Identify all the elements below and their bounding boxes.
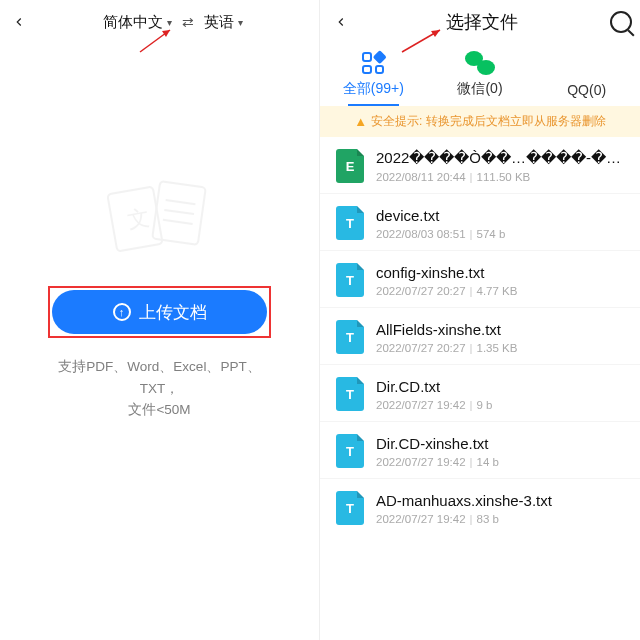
- back-button-left[interactable]: [6, 9, 32, 35]
- language-selector: 简体中文 ▾ ⇄ 英语 ▾: [32, 13, 313, 32]
- file-size: 111.50 KB: [477, 171, 531, 183]
- txt-file-icon: T: [336, 377, 364, 411]
- lang-from[interactable]: 简体中文 ▾: [103, 13, 172, 32]
- tab-qq[interactable]: QQ(0): [533, 52, 640, 106]
- chevron-down-icon: ▾: [167, 17, 172, 28]
- file-sub: 2022/07/27 20:27|1.35 KB: [376, 342, 624, 354]
- file-meta: 2022����Ò��…����-��`.xls2022/08/11 20:44…: [376, 149, 624, 183]
- file-size: 9 b: [477, 399, 493, 411]
- file-date: 2022/07/27 20:27: [376, 342, 466, 354]
- file-date: 2022/07/27 19:42: [376, 456, 466, 468]
- svg-line-5: [165, 200, 195, 204]
- right-top-bar: 选择文件: [320, 0, 640, 44]
- file-meta: Dir.CD.txt2022/07/27 19:42|9 b: [376, 378, 624, 411]
- file-row[interactable]: TAD-manhuaxs.xinshe-3.txt2022/07/27 19:4…: [320, 479, 640, 535]
- chevron-down-icon: ▾: [238, 17, 243, 28]
- file-sub: 2022/08/11 20:44|111.50 KB: [376, 171, 624, 183]
- file-sub: 2022/08/03 08:51|574 b: [376, 228, 624, 240]
- svg-text:文: 文: [126, 205, 152, 233]
- upload-label: 上传文档: [139, 301, 207, 324]
- swap-icon[interactable]: ⇄: [182, 14, 194, 30]
- file-size: 83 b: [477, 513, 499, 525]
- file-size: 4.77 KB: [477, 285, 518, 297]
- tab-wechat-label: 微信(0): [457, 80, 502, 98]
- file-row[interactable]: Tdevice.txt2022/08/03 08:51|574 b: [320, 194, 640, 251]
- tab-all-label: 全部(99+): [343, 80, 404, 98]
- file-meta: config-xinshe.txt2022/07/27 20:27|4.77 K…: [376, 264, 624, 297]
- file-row[interactable]: Tconfig-xinshe.txt2022/07/27 20:27|4.77 …: [320, 251, 640, 308]
- txt-file-icon: T: [336, 206, 364, 240]
- svg-line-7: [162, 220, 192, 224]
- security-notice: ▲ 安全提示: 转换完成后文档立即从服务器删除: [320, 106, 640, 137]
- xls-file-icon: E: [336, 149, 364, 183]
- page-title: 选择文件: [446, 10, 518, 34]
- file-meta: AllFields-xinshe.txt2022/07/27 20:27|1.3…: [376, 321, 624, 354]
- file-name: device.txt: [376, 207, 624, 224]
- file-size: 1.35 KB: [477, 342, 518, 354]
- support-line2: 文件<50M: [58, 399, 261, 421]
- file-name: Dir.CD.txt: [376, 378, 624, 395]
- file-row[interactable]: TDir.CD-xinshe.txt2022/07/27 19:42|14 b: [320, 422, 640, 479]
- tab-qq-label: QQ(0): [567, 82, 606, 98]
- file-date: 2022/08/11 20:44: [376, 171, 466, 183]
- file-name: config-xinshe.txt: [376, 264, 624, 281]
- file-picker-screen: 选择文件 全部(99+) 微信(0) QQ(0) ▲ 安全提示: 转换完成后文档…: [320, 0, 640, 640]
- file-name: AllFields-xinshe.txt: [376, 321, 624, 338]
- file-sub: 2022/07/27 19:42|9 b: [376, 399, 624, 411]
- file-row[interactable]: E2022����Ò��…����-��`.xls2022/08/11 20:4…: [320, 137, 640, 194]
- translate-screen: 简体中文 ▾ ⇄ 英语 ▾ 文 ↑ 上传文档: [0, 0, 320, 640]
- file-date: 2022/07/27 20:27: [376, 285, 466, 297]
- upload-icon: ↑: [113, 303, 131, 321]
- upload-section: ↑ 上传文档 支持PDF、Word、Excel、PPT、TXT， 文件<50M: [48, 286, 271, 421]
- search-icon[interactable]: [610, 11, 632, 33]
- file-meta: Dir.CD-xinshe.txt2022/07/27 19:42|14 b: [376, 435, 624, 468]
- file-row[interactable]: TDir.CD.txt2022/07/27 19:42|9 b: [320, 365, 640, 422]
- file-row[interactable]: TAllFields-xinshe.txt2022/07/27 20:27|1.…: [320, 308, 640, 365]
- wechat-icon: [465, 51, 495, 75]
- file-name: AD-manhuaxs.xinshe-3.txt: [376, 492, 624, 509]
- txt-file-icon: T: [336, 320, 364, 354]
- file-date: 2022/08/03 08:51: [376, 228, 466, 240]
- file-size: 14 b: [477, 456, 499, 468]
- file-sub: 2022/07/27 19:42|14 b: [376, 456, 624, 468]
- txt-file-icon: T: [336, 491, 364, 525]
- back-button-right[interactable]: [328, 9, 354, 35]
- file-meta: device.txt2022/08/03 08:51|574 b: [376, 207, 624, 240]
- file-list: E2022����Ò��…����-��`.xls2022/08/11 20:4…: [320, 137, 640, 633]
- file-date: 2022/07/27 19:42: [376, 513, 466, 525]
- tab-wechat[interactable]: 微信(0): [427, 50, 534, 106]
- tab-all[interactable]: 全部(99+): [320, 50, 427, 106]
- file-meta: AD-manhuaxs.xinshe-3.txt2022/07/27 19:42…: [376, 492, 624, 525]
- svg-line-6: [164, 210, 194, 214]
- documents-illustration: 文: [0, 172, 319, 262]
- left-top-bar: 简体中文 ▾ ⇄ 英语 ▾: [0, 0, 319, 44]
- lang-from-label: 简体中文: [103, 13, 163, 32]
- warning-icon: ▲: [354, 114, 367, 129]
- highlight-box: ↑ 上传文档: [48, 286, 271, 338]
- upload-button[interactable]: ↑ 上传文档: [52, 290, 267, 334]
- support-line1: 支持PDF、Word、Excel、PPT、TXT，: [58, 356, 261, 399]
- file-date: 2022/07/27 19:42: [376, 399, 466, 411]
- file-size: 574 b: [477, 228, 506, 240]
- lang-to[interactable]: 英语 ▾: [204, 13, 243, 32]
- file-name: Dir.CD-xinshe.txt: [376, 435, 624, 452]
- txt-file-icon: T: [336, 434, 364, 468]
- file-sub: 2022/07/27 20:27|4.77 KB: [376, 285, 624, 297]
- source-tabs: 全部(99+) 微信(0) QQ(0): [320, 44, 640, 106]
- file-sub: 2022/07/27 19:42|83 b: [376, 513, 624, 525]
- lang-to-label: 英语: [204, 13, 234, 32]
- txt-file-icon: T: [336, 263, 364, 297]
- security-text: 安全提示: 转换完成后文档立即从服务器删除: [371, 113, 606, 130]
- grid-icon: [362, 52, 384, 74]
- file-name: 2022����Ò��…����-��`.xls: [376, 149, 624, 167]
- support-text: 支持PDF、Word、Excel、PPT、TXT， 文件<50M: [48, 356, 271, 421]
